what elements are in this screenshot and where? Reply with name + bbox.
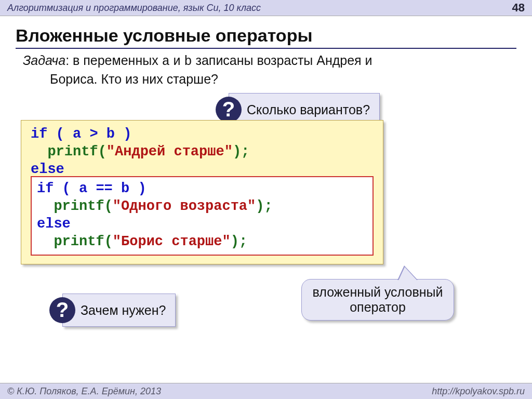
code-line: printf("Андрей старше"); [31,143,374,161]
fn-printf: printf [54,198,104,214]
slide-footer: К.Ю. Поляков, Е.А. Ерёмин, 2013 http://k… [0,383,532,399]
question-icon: ? [49,297,75,323]
task-and: и [170,53,184,68]
speech-tail [398,267,417,281]
code-line: else [31,161,374,179]
code-block: if ( a > b ) printf("Андрей старше"); el… [21,120,383,264]
kw-if: if [37,181,54,196]
callout-why-text: Зачем нужен? [81,303,166,318]
str-equal: "Одного возраста" [113,198,256,214]
title-underline [16,48,516,49]
kw-if: if [31,126,47,142]
code-cond1: ( a > b ) [47,126,131,142]
footer-authors: К.Ю. Поляков, Е.А. Ерёмин, 2013 [7,383,161,399]
task-line2: Бориса. Кто из них старше? [50,71,516,88]
footer-url: http://kpolyakov.spb.ru [432,383,525,399]
page-number: 48 [512,0,525,16]
code-line: else [37,216,367,233]
callout-variants-text: Сколько вариантов? [247,102,370,117]
paren-open: ( [104,234,113,249]
task-statement: Задача: в переменных a и b записаны возр… [23,52,516,87]
slide-content: Вложенные условные операторы Задача: в п… [0,16,532,87]
task-text-2: записаны возрасты Андрея и [192,53,373,68]
paren-close: ) [231,234,239,249]
nested-code-block: if ( a == b ) printf("Одного возраста");… [31,176,374,256]
var-a: a [162,54,170,69]
semicolon: ; [239,234,247,249]
paren-open: ( [98,144,107,159]
str-boris: "Борис старше" [113,234,231,249]
paren-open: ( [104,198,113,214]
semicolon: ; [241,144,249,159]
kw-else: else [37,216,71,232]
code-line: if ( a > b ) [31,126,374,143]
code-line: if ( a == b ) [37,180,367,198]
question-icon: ? [216,97,242,123]
code-line: printf("Борис старше"); [37,233,367,251]
kw-else: else [31,162,64,177]
fn-printf: printf [47,144,98,159]
callout-why: ? Зачем нужен? [62,294,176,327]
paren-close: ) [233,144,241,159]
slide-title: Вложенные условные операторы [16,25,516,46]
task-label: Задача [23,53,65,68]
str-andrey: "Андрей старше" [107,144,233,159]
code-line: printf("Одного возраста"); [37,198,367,216]
semicolon: ; [264,198,272,214]
slide-header: Алгоритмизация и программирование, язык … [0,0,532,16]
speech-text: вложенный условный оператор [313,285,443,314]
code-cond2: ( a == b ) [54,181,146,196]
var-b: b [184,54,192,69]
course-title: Алгоритмизация и программирование, язык … [7,0,261,16]
speech-bubble: вложенный условный оператор [301,279,454,321]
fn-printf: printf [54,234,104,249]
task-text-1: : в переменных [65,53,162,68]
paren-close: ) [256,198,264,214]
